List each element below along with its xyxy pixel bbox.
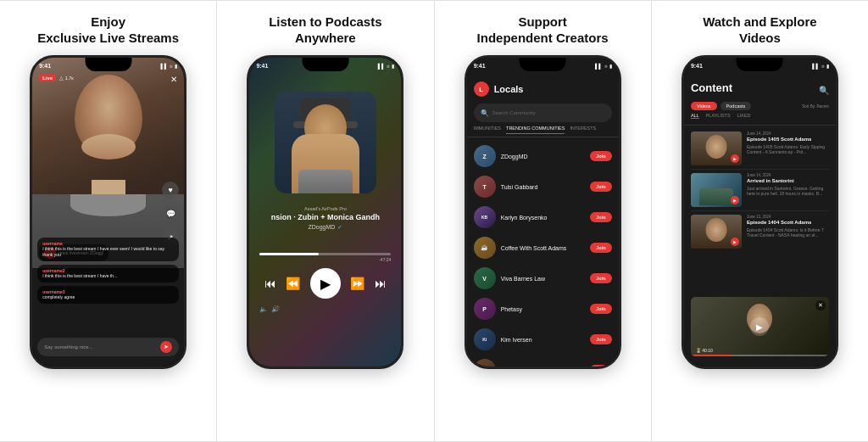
podcast-artist-image xyxy=(275,92,376,193)
feature-column-videos: Watch and Explore Videos 9:41 ▌▌ ⌾ ▮ xyxy=(652,1,868,441)
list-item[interactable]: Z ZDoggMD Join xyxy=(467,141,619,171)
video-play-icon[interactable]: ▶ xyxy=(731,196,739,204)
time-remaining: -47:24 xyxy=(379,257,391,262)
battery-icon-2: ▮ xyxy=(392,63,394,69)
video-overlay-player[interactable]: ▶ ⌛ 40:10 ✕ xyxy=(691,297,829,356)
wifi-icon-4: ⌾ xyxy=(821,64,825,69)
rewind-button[interactable]: ⏮ xyxy=(264,277,276,290)
community-tabs: IMMUNITIES TRENDING COMMUNITIES INTEREST… xyxy=(467,126,619,134)
join-button[interactable]: Join xyxy=(590,151,611,161)
feature-column-creators: Support Independent Creators 9:41 ▌▌ ⌾ ▮… xyxy=(435,1,652,441)
chat-icon[interactable]: 💬 xyxy=(162,205,179,222)
join-button[interactable]: Join xyxy=(590,182,611,192)
podcast-progress-bar[interactable] xyxy=(259,253,391,255)
backward-button[interactable]: ⏪ xyxy=(286,277,300,290)
overlay-close-button[interactable]: ✕ xyxy=(815,300,826,311)
community-avatar: KB xyxy=(474,206,496,228)
list-item[interactable]: Ki Kim Iversen Join xyxy=(467,324,619,355)
join-button[interactable]: Join xyxy=(590,212,611,222)
list-item[interactable]: ▶ June 14, 2024 Episode 1405 Scott Adams… xyxy=(684,128,836,169)
video-info: June 13, 2024 Episode 1404 Scott Adams E… xyxy=(747,215,829,249)
phone3-status-icons: ▌▌ ⌾ ▮ xyxy=(595,63,612,69)
phone-notch-4 xyxy=(737,58,783,71)
content-tabs-row: ALL PLAYLISTS LIKED xyxy=(691,113,829,119)
content-divider xyxy=(684,125,836,126)
filter-videos[interactable]: Videos xyxy=(691,102,717,110)
join-button[interactable]: Join xyxy=(590,304,611,314)
send-button[interactable]: ➤ xyxy=(160,341,172,353)
video-title: Episode 1405 Scott Adams xyxy=(747,137,829,143)
join-button[interactable]: Join xyxy=(590,365,611,366)
tab-divider xyxy=(467,137,619,137)
wifi-icon-3: ⌾ xyxy=(604,64,608,69)
chat-area: username I think this is the best stream… xyxy=(37,238,179,307)
community-avatar: P xyxy=(474,298,496,320)
chat-text-3: completely agree xyxy=(42,294,174,300)
live-badge: Live xyxy=(39,75,56,81)
video-list: ▶ June 14, 2024 Episode 1405 Scott Adams… xyxy=(684,128,836,252)
videos-header: Content 🔍 Videos Podcasts Sort By: Recen… xyxy=(684,75,836,122)
video-play-icon[interactable]: ▶ xyxy=(731,154,739,163)
filter-podcasts[interactable]: Podcasts xyxy=(721,102,752,110)
list-item[interactable]: ▶ June 13, 2024 Episode 1404 Scott Adams… xyxy=(684,211,836,252)
tab-all[interactable]: ALL xyxy=(691,113,699,119)
overlay-progress xyxy=(691,355,829,356)
podcast-controls: ⏮ ⏪ ▶ ⏩ ⏭ xyxy=(259,268,391,299)
list-item[interactable]: M Max Lugavere Join xyxy=(467,355,619,366)
content-filter-row: Videos Podcasts Sort By: Recent xyxy=(691,102,829,110)
close-icon[interactable]: ✕ xyxy=(170,75,177,84)
signal-icon-3: ▌▌ xyxy=(595,64,603,69)
list-item[interactable]: ▶ June 14, 2024 Arrived in Santorini Jus… xyxy=(684,170,836,210)
wifi-icon: ⌾ xyxy=(170,64,173,69)
battery-icon: ▮ xyxy=(175,63,177,69)
list-item[interactable]: P Phetasy Join xyxy=(467,294,619,324)
podcast-progress-fill xyxy=(259,253,319,255)
list-item[interactable]: ☕ Coffee With Scott Adams Join xyxy=(467,232,619,263)
tab-communities[interactable]: IMMUNITIES xyxy=(474,126,501,134)
phone-notch-3 xyxy=(520,58,566,71)
join-button[interactable]: Join xyxy=(590,273,611,283)
join-button[interactable]: Join xyxy=(590,243,611,253)
overlay-video-frame: ▶ ⌛ 40:10 ✕ xyxy=(691,297,829,356)
communities-title: Locals xyxy=(494,84,524,94)
sort-label[interactable]: Sort By: Recent xyxy=(802,104,829,109)
video-date: June 14, 2024 xyxy=(747,131,829,136)
feature-title-live: Enjoy Exclusive Live Streams xyxy=(37,13,179,47)
chat-text-2: I think this is the best stream I have t… xyxy=(42,273,174,279)
play-button[interactable]: ▶ xyxy=(310,268,341,299)
community-avatar: T xyxy=(474,176,496,198)
viewer-count: △ 1.7к xyxy=(59,76,74,81)
community-list: Z ZDoggMD Join T Tulsi Gabbard Join KB K… xyxy=(467,141,619,366)
community-search[interactable]: 🔍 Search Community xyxy=(474,104,612,122)
overlay-play-button[interactable]: ▶ xyxy=(750,317,769,336)
chat-input-placeholder: Say something nice... xyxy=(44,344,160,350)
tab-liked[interactable]: LIKED xyxy=(737,113,751,119)
list-item[interactable]: V Viva Barnes Law Join xyxy=(467,263,619,294)
phone1-status-icons: ▌▌ ⌾ ▮ xyxy=(161,63,178,69)
search-icon-4[interactable]: 🔍 xyxy=(819,86,829,95)
heart-icon[interactable]: ♥ xyxy=(162,182,179,199)
phone-mockup-live: 9:41 ▌▌ ⌾ ▮ Live △ 1.7к ✕ xyxy=(30,55,186,369)
podcast-artist-name: ZDoggMD ✓ xyxy=(258,224,392,231)
video-desc: Episode 1404 Scott Adams: Is it Before 7… xyxy=(747,227,829,238)
wifi-icon-2: ⌾ xyxy=(387,64,390,69)
signal-icon-4: ▌▌ xyxy=(812,64,820,69)
tab-interests[interactable]: INTERESTS xyxy=(570,126,596,134)
list-item[interactable]: T Tulsi Gabbard Join xyxy=(467,171,619,202)
airpods-label: Assad's AirPods Pro xyxy=(258,206,392,211)
video-title: Episode 1404 Scott Adams xyxy=(747,220,829,227)
skip-button[interactable]: ⏭ xyxy=(375,277,387,290)
tab-trending[interactable]: TRENDING COMMUNITIES xyxy=(506,126,565,134)
video-desc: Just arrived in Santorini, Greece. Getti… xyxy=(747,186,829,197)
video-desc: Episode 1405 Scott Adams: Early Sipping … xyxy=(747,144,829,155)
video-play-icon[interactable]: ▶ xyxy=(731,238,739,246)
join-button[interactable]: Join xyxy=(590,334,611,344)
battery-icon-4: ▮ xyxy=(826,63,829,69)
feature-title-videos: Watch and Explore Videos xyxy=(703,13,816,47)
feature-column-live: Enjoy Exclusive Live Streams 9:41 ▌▌ ⌾ ▮… xyxy=(0,1,217,441)
podcast-track-info: Assad's AirPods Pro nsion · Zubin + Moni… xyxy=(258,206,392,231)
community-name: Coffee With Scott Adams xyxy=(501,245,586,251)
forward-button[interactable]: ⏩ xyxy=(350,277,364,290)
list-item[interactable]: KB Karlyn Borysenko Join xyxy=(467,202,619,232)
tab-playlists[interactable]: PLAYLISTS xyxy=(706,113,731,119)
